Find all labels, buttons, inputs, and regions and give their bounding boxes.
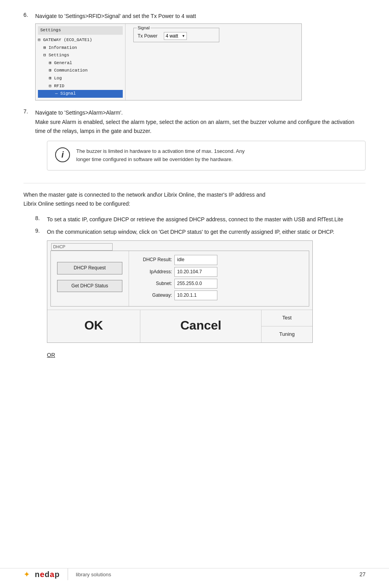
- item-text-7-line1: Navigate to 'Settings>Alarm>Alarm'.: [35, 108, 366, 117]
- info-line2: longer time configured in software will …: [76, 156, 233, 162]
- footer: ✦ nedap library solutions 27: [0, 568, 389, 580]
- item-text-6: Navigate to 'Settings>RFID>Signal' and s…: [35, 13, 196, 19]
- tree-gateway: ⊟ GATEWAY (ECO_GATE1): [38, 36, 123, 44]
- item-content-7: Navigate to 'Settings>Alarm>Alarm'. Make…: [35, 108, 366, 176]
- signal-group: Signal Tx Power 1 watt 2 watt 3 watt 4 w…: [133, 28, 219, 42]
- list-item-9: 9. On the communication setup window, cl…: [23, 228, 366, 359]
- item-text-9: On the communication setup window, click…: [47, 229, 334, 235]
- gateway-row: Gateway: 10.20.1.1: [137, 290, 301, 300]
- info-icon: i: [55, 147, 70, 162]
- list-item-7: 7. Navigate to 'Settings>Alarm>Alarm'. M…: [23, 108, 366, 176]
- info-text: The buzzer is limited in hardware to a a…: [76, 147, 245, 164]
- info-line1: The buzzer is limited in hardware to a a…: [76, 148, 245, 154]
- item-text-7-line2: Make sure Alarm is enabled, select the a…: [35, 118, 366, 135]
- tuning-button[interactable]: Tuning: [262, 326, 312, 342]
- item-number-7: 7.: [23, 108, 35, 176]
- cancel-button[interactable]: Cancel: [140, 310, 262, 342]
- item-content-9: On the communication setup window, click…: [47, 228, 366, 359]
- intro-paragraph: When the master gate is connected to the…: [23, 190, 366, 209]
- ip-row: IpAddress: 10.20.104.7: [137, 267, 301, 277]
- ip-value: 10.20.104.7: [174, 267, 217, 277]
- separator: [23, 183, 366, 183]
- list-item-8: 8. To set a static IP, configure DHCP or…: [23, 215, 366, 224]
- tx-power-select[interactable]: 1 watt 2 watt 3 watt 4 watt: [164, 32, 187, 40]
- tx-power-row: Tx Power 1 watt 2 watt 3 watt 4 watt: [138, 32, 215, 40]
- dhcp-bottom-buttons: OK Cancel Test Tuning: [47, 310, 312, 342]
- ip-label: IpAddress:: [137, 268, 172, 276]
- logo-divider: [68, 568, 68, 580]
- signal-group-label: Signal: [137, 25, 151, 32]
- dhcp-result-row: DHCP Result: idle: [137, 255, 301, 265]
- item-content-8: To set a static IP, configure DHCP or re…: [47, 215, 366, 224]
- item-number-6: 6.: [23, 12, 35, 104]
- tree-information: ⊞ Information: [38, 44, 123, 52]
- list-item-6: 6. Navigate to 'Settings>RFID>Signal' an…: [23, 12, 366, 104]
- ok-button[interactable]: OK: [47, 310, 140, 342]
- or-link[interactable]: OR: [47, 351, 55, 359]
- logo-star-icon: ✦: [23, 570, 30, 579]
- logo-subtitle: library solutions: [76, 572, 111, 577]
- item-number-9: 9.: [35, 228, 47, 359]
- subnet-row: Subnet: 255.255.0.0: [137, 279, 301, 289]
- test-button[interactable]: Test: [262, 310, 312, 326]
- info-box: i The buzzer is limited in hardware to a…: [47, 141, 366, 170]
- intro-line2: Librix Online settings need to be config…: [23, 201, 130, 207]
- dhcp-screenshot: DHCP DHCP Request Get DHCP Status DHCP R…: [47, 240, 313, 343]
- subnet-label: Subnet:: [137, 280, 172, 287]
- tree-general: ⊞ General: [38, 59, 123, 67]
- dhcp-left-panel: DHCP Request Get DHCP Status: [51, 251, 129, 306]
- logo-text: nedap: [35, 570, 60, 579]
- dhcp-request-button[interactable]: DHCP Request: [57, 262, 122, 274]
- tree-panel: Settings ⊟ GATEWAY (ECO_GATE1) ⊞ Informa…: [36, 24, 301, 100]
- tx-power-select-wrap[interactable]: 1 watt 2 watt 3 watt 4 watt: [164, 32, 187, 40]
- tree-left: Settings ⊟ GATEWAY (ECO_GATE1) ⊞ Informa…: [36, 24, 125, 100]
- footer-page-number: 27: [359, 571, 366, 577]
- dhcp-group: DHCP Request Get DHCP Status DHCP Result…: [50, 251, 309, 307]
- settings-screenshot: Settings ⊟ GATEWAY (ECO_GATE1) ⊞ Informa…: [35, 23, 302, 100]
- tx-power-label: Tx Power: [138, 32, 158, 40]
- tree-signal[interactable]: — Signal: [38, 90, 123, 98]
- gateway-value: 10.20.1.1: [174, 290, 217, 300]
- dhcp-right-panel: DHCP Result: idle IpAddress: 10.20.104.7…: [129, 251, 309, 306]
- settings-tab: Settings: [38, 26, 123, 35]
- dhcp-group-label: DHCP: [47, 241, 312, 251]
- gateway-label: Gateway:: [137, 292, 172, 299]
- tree-log: ⊞ Log: [38, 75, 123, 82]
- tree-communication: ⊞ Communication: [38, 67, 123, 75]
- item-content-6: Navigate to 'Settings>RFID>Signal' and s…: [35, 12, 366, 104]
- item-number-8: 8.: [35, 215, 47, 224]
- side-buttons: Test Tuning: [262, 310, 312, 342]
- dhcp-result-value: idle: [174, 255, 217, 265]
- footer-logo: ✦ nedap library solutions: [23, 568, 111, 580]
- tree-rfid: ⊟ RFID: [38, 82, 123, 90]
- signal-panel: Signal Tx Power 1 watt 2 watt 3 watt 4 w…: [125, 24, 301, 100]
- tree-settings: ⊟ Settings: [38, 52, 123, 59]
- get-dhcp-status-button[interactable]: Get DHCP Status: [57, 280, 122, 292]
- subnet-value: 255.255.0.0: [174, 279, 217, 289]
- intro-line1: When the master gate is connected to the…: [23, 192, 265, 198]
- dhcp-result-label: DHCP Result:: [137, 256, 172, 264]
- item-text-8: To set a static IP, configure DHCP or re…: [47, 216, 343, 222]
